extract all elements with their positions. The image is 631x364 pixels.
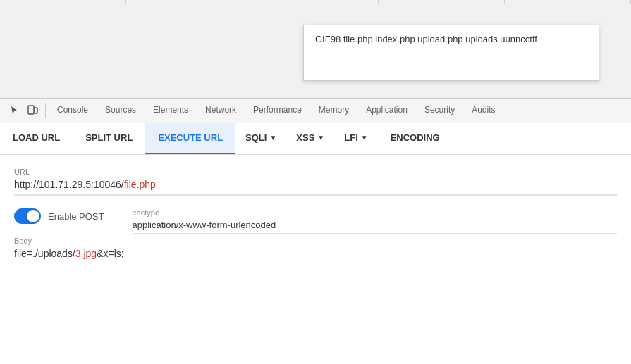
enable-post-toggle[interactable] — [14, 208, 41, 224]
svg-point-2 — [30, 113, 32, 114]
tooltip-popup: GIF98 file.php index.php upload.php uplo… — [303, 25, 599, 81]
encoding-button[interactable]: ENCODING — [378, 123, 453, 155]
url-link[interactable]: file.php — [124, 179, 156, 190]
enctype-label: enctype — [133, 208, 618, 217]
body-suffix: &x=ls; — [97, 248, 124, 259]
enctype-section: enctype application/x-www-form-urlencode… — [133, 208, 618, 234]
lfi-button[interactable]: LFI ▼ — [334, 123, 377, 155]
tab-dividers — [0, 0, 631, 4]
toggle-section: Enable POST — [14, 208, 104, 234]
url-value: http://101.71.29.5:10046/file.php — [14, 179, 617, 190]
xss-button[interactable]: XSS ▼ — [286, 123, 334, 155]
url-label: URL — [14, 168, 617, 176]
body-label: Body — [14, 237, 617, 245]
enctype-value: application/x-www-form-urlencoded — [133, 220, 618, 234]
browser-top-area: GIF98 file.php index.php upload.php uplo… — [0, 0, 631, 99]
post-enctype-row: Enable POST enctype application/x-www-fo… — [14, 208, 617, 234]
tab-elements[interactable]: Elements — [145, 99, 197, 123]
execute-url-button[interactable]: EXECUTE URL — [145, 123, 235, 155]
url-prefix: http://101.71.29.5:10046/ — [14, 179, 124, 190]
tab-sources[interactable]: Sources — [97, 99, 145, 123]
xss-dropdown-arrow: ▼ — [317, 134, 324, 142]
tab-audits[interactable]: Audits — [463, 99, 503, 123]
main-toolbar: LOAD URL SPLIT URL EXECUTE URL SQLI ▼ XS… — [0, 123, 631, 155]
body-value: file=./uploads/3.jpg&x=ls; — [14, 248, 617, 259]
url-field-row: URL http://101.71.29.5:10046/file.php — [14, 168, 617, 196]
tab-memory[interactable]: Memory — [310, 99, 357, 123]
sqli-dropdown-arrow: ▼ — [269, 134, 276, 142]
tab-console[interactable]: Console — [49, 99, 97, 123]
sqli-button[interactable]: SQLI ▼ — [235, 123, 286, 155]
toggle-label: Enable POST — [48, 211, 104, 222]
load-url-button[interactable]: LOAD URL — [0, 123, 73, 155]
tab-performance[interactable]: Performance — [245, 99, 310, 123]
cursor-icon[interactable] — [6, 102, 23, 119]
tooltip-text: GIF98 file.php index.php upload.php uplo… — [315, 34, 537, 44]
body-section: Body file=./uploads/3.jpg&x=ls; — [14, 237, 617, 259]
lfi-dropdown-arrow: ▼ — [361, 134, 368, 142]
content-area: URL http://101.71.29.5:10046/file.php En… — [0, 155, 631, 272]
body-link[interactable]: 3.jpg — [75, 248, 97, 259]
tab-security[interactable]: Security — [416, 99, 463, 123]
tab-separator-1 — [45, 103, 46, 118]
body-prefix: file=./uploads/ — [14, 248, 75, 259]
split-url-button[interactable]: SPLIT URL — [73, 123, 145, 155]
enable-post-toggle-container: Enable POST — [14, 208, 104, 224]
devtools-tabs-bar: Console Sources Elements Network Perform… — [0, 99, 631, 123]
tab-application[interactable]: Application — [357, 99, 416, 123]
tab-network[interactable]: Network — [197, 99, 245, 123]
device-icon[interactable] — [24, 102, 41, 119]
svg-rect-1 — [35, 108, 37, 113]
